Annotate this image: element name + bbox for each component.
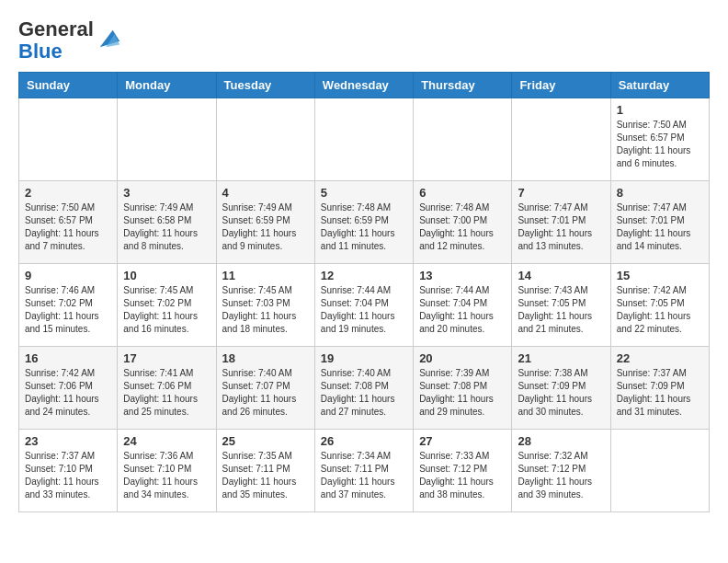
calendar-week-4: 16Sunrise: 7:42 AM Sunset: 7:06 PM Dayli… — [19, 347, 710, 430]
calendar-cell: 15Sunrise: 7:42 AM Sunset: 7:05 PM Dayli… — [610, 264, 709, 347]
calendar-cell: 7Sunrise: 7:47 AM Sunset: 7:01 PM Daylig… — [512, 181, 610, 264]
day-number: 23 — [25, 434, 111, 448]
calendar-cell: 3Sunrise: 7:49 AM Sunset: 6:58 PM Daylig… — [118, 181, 216, 264]
day-info: Sunrise: 7:37 AM Sunset: 7:09 PM Dayligh… — [617, 367, 703, 419]
calendar-cell: 19Sunrise: 7:40 AM Sunset: 7:08 PM Dayli… — [314, 347, 413, 430]
day-info: Sunrise: 7:34 AM Sunset: 7:11 PM Dayligh… — [321, 450, 407, 501]
calendar-cell — [512, 98, 610, 181]
day-number: 25 — [222, 434, 309, 448]
day-info: Sunrise: 7:50 AM Sunset: 6:57 PM Dayligh… — [25, 201, 111, 253]
day-number: 10 — [123, 269, 210, 282]
day-number: 6 — [419, 186, 506, 200]
day-info: Sunrise: 7:46 AM Sunset: 7:02 PM Dayligh… — [25, 284, 111, 336]
calendar-week-1: 1Sunrise: 7:50 AM Sunset: 6:57 PM Daylig… — [19, 98, 710, 181]
calendar-cell — [314, 98, 413, 181]
day-info: Sunrise: 7:41 AM Sunset: 7:06 PM Dayligh… — [123, 367, 210, 419]
calendar-cell: 26Sunrise: 7:34 AM Sunset: 7:11 PM Dayli… — [314, 430, 413, 512]
day-info: Sunrise: 7:38 AM Sunset: 7:09 PM Dayligh… — [518, 367, 604, 419]
day-number: 9 — [25, 269, 111, 282]
day-number: 15 — [617, 269, 703, 282]
day-info: Sunrise: 7:35 AM Sunset: 7:11 PM Dayligh… — [222, 450, 309, 501]
day-info: Sunrise: 7:33 AM Sunset: 7:12 PM Dayligh… — [419, 450, 506, 501]
calendar-cell — [118, 98, 216, 181]
calendar-cell: 1Sunrise: 7:50 AM Sunset: 6:57 PM Daylig… — [610, 98, 709, 181]
calendar-cell: 20Sunrise: 7:39 AM Sunset: 7:08 PM Dayli… — [414, 347, 512, 430]
day-info: Sunrise: 7:42 AM Sunset: 7:05 PM Dayligh… — [617, 284, 703, 336]
day-number: 12 — [321, 269, 407, 282]
calendar-cell: 27Sunrise: 7:33 AM Sunset: 7:12 PM Dayli… — [414, 430, 512, 512]
day-info: Sunrise: 7:50 AM Sunset: 6:57 PM Dayligh… — [617, 119, 703, 170]
logo-general: General — [18, 17, 94, 40]
day-number: 3 — [123, 186, 210, 200]
calendar-cell: 25Sunrise: 7:35 AM Sunset: 7:11 PM Dayli… — [216, 430, 314, 512]
page-header: General Blue — [18, 18, 710, 63]
day-number: 13 — [419, 269, 506, 282]
day-info: Sunrise: 7:40 AM Sunset: 7:07 PM Dayligh… — [222, 367, 309, 419]
calendar-cell: 4Sunrise: 7:49 AM Sunset: 6:59 PM Daylig… — [216, 181, 314, 264]
day-info: Sunrise: 7:42 AM Sunset: 7:06 PM Dayligh… — [25, 367, 111, 419]
calendar-cell: 12Sunrise: 7:44 AM Sunset: 7:04 PM Dayli… — [314, 264, 413, 347]
day-info: Sunrise: 7:49 AM Sunset: 6:59 PM Dayligh… — [222, 201, 309, 253]
calendar-cell — [216, 98, 314, 181]
day-number: 14 — [518, 269, 604, 282]
calendar-cell: 5Sunrise: 7:48 AM Sunset: 6:59 PM Daylig… — [314, 181, 413, 264]
day-info: Sunrise: 7:36 AM Sunset: 7:10 PM Dayligh… — [123, 450, 210, 501]
day-info: Sunrise: 7:45 AM Sunset: 7:02 PM Dayligh… — [123, 284, 210, 336]
day-number: 27 — [419, 434, 506, 448]
calendar-cell — [610, 430, 709, 512]
calendar-cell: 11Sunrise: 7:45 AM Sunset: 7:03 PM Dayli… — [216, 264, 314, 347]
weekday-header-tuesday: Tuesday — [216, 73, 314, 98]
calendar-cell: 8Sunrise: 7:47 AM Sunset: 7:01 PM Daylig… — [610, 181, 709, 264]
calendar-cell: 17Sunrise: 7:41 AM Sunset: 7:06 PM Dayli… — [118, 347, 216, 430]
calendar-week-5: 23Sunrise: 7:37 AM Sunset: 7:10 PM Dayli… — [19, 430, 710, 512]
day-info: Sunrise: 7:43 AM Sunset: 7:05 PM Dayligh… — [518, 284, 604, 336]
calendar-cell: 10Sunrise: 7:45 AM Sunset: 7:02 PM Dayli… — [118, 264, 216, 347]
logo: General Blue — [18, 18, 121, 63]
weekday-header-thursday: Thursday — [414, 73, 512, 98]
weekday-header-friday: Friday — [512, 73, 610, 98]
day-number: 17 — [123, 351, 210, 365]
day-number: 16 — [25, 351, 111, 365]
day-number: 5 — [321, 186, 407, 200]
day-number: 7 — [518, 186, 604, 200]
calendar-cell: 9Sunrise: 7:46 AM Sunset: 7:02 PM Daylig… — [19, 264, 118, 347]
day-info: Sunrise: 7:40 AM Sunset: 7:08 PM Dayligh… — [321, 367, 407, 419]
day-number: 20 — [419, 351, 506, 365]
day-info: Sunrise: 7:45 AM Sunset: 7:03 PM Dayligh… — [222, 284, 309, 336]
day-number: 4 — [222, 186, 309, 200]
day-number: 19 — [321, 351, 407, 365]
logo-icon — [96, 26, 121, 52]
day-info: Sunrise: 7:44 AM Sunset: 7:04 PM Dayligh… — [321, 284, 407, 336]
weekday-header-row: SundayMondayTuesdayWednesdayThursdayFrid… — [19, 73, 710, 98]
calendar-cell: 28Sunrise: 7:32 AM Sunset: 7:12 PM Dayli… — [512, 430, 610, 512]
day-info: Sunrise: 7:48 AM Sunset: 7:00 PM Dayligh… — [419, 201, 506, 253]
calendar-cell: 14Sunrise: 7:43 AM Sunset: 7:05 PM Dayli… — [512, 264, 610, 347]
day-number: 21 — [518, 351, 604, 365]
day-number: 11 — [222, 269, 309, 282]
calendar-cell: 6Sunrise: 7:48 AM Sunset: 7:00 PM Daylig… — [414, 181, 512, 264]
day-number: 2 — [25, 186, 111, 200]
calendar-cell: 24Sunrise: 7:36 AM Sunset: 7:10 PM Dayli… — [118, 430, 216, 512]
day-number: 24 — [123, 434, 210, 448]
calendar-week-2: 2Sunrise: 7:50 AM Sunset: 6:57 PM Daylig… — [19, 181, 710, 264]
calendar-cell: 21Sunrise: 7:38 AM Sunset: 7:09 PM Dayli… — [512, 347, 610, 430]
day-info: Sunrise: 7:44 AM Sunset: 7:04 PM Dayligh… — [419, 284, 506, 336]
day-number: 1 — [617, 103, 703, 117]
day-info: Sunrise: 7:48 AM Sunset: 6:59 PM Dayligh… — [321, 201, 407, 253]
day-number: 8 — [617, 186, 703, 200]
day-number: 28 — [518, 434, 604, 448]
weekday-header-wednesday: Wednesday — [314, 73, 413, 98]
weekday-header-saturday: Saturday — [610, 73, 709, 98]
day-number: 22 — [617, 351, 703, 365]
calendar-cell: 2Sunrise: 7:50 AM Sunset: 6:57 PM Daylig… — [19, 181, 118, 264]
weekday-header-monday: Monday — [118, 73, 216, 98]
calendar-cell: 23Sunrise: 7:37 AM Sunset: 7:10 PM Dayli… — [19, 430, 118, 512]
calendar-cell — [414, 98, 512, 181]
day-info: Sunrise: 7:47 AM Sunset: 7:01 PM Dayligh… — [518, 201, 604, 253]
calendar-table: SundayMondayTuesdayWednesdayThursdayFrid… — [18, 72, 710, 512]
day-number: 18 — [222, 351, 309, 365]
day-info: Sunrise: 7:49 AM Sunset: 6:58 PM Dayligh… — [123, 201, 210, 253]
calendar-cell: 18Sunrise: 7:40 AM Sunset: 7:07 PM Dayli… — [216, 347, 314, 430]
calendar-cell: 22Sunrise: 7:37 AM Sunset: 7:09 PM Dayli… — [610, 347, 709, 430]
calendar-cell: 16Sunrise: 7:42 AM Sunset: 7:06 PM Dayli… — [19, 347, 118, 430]
